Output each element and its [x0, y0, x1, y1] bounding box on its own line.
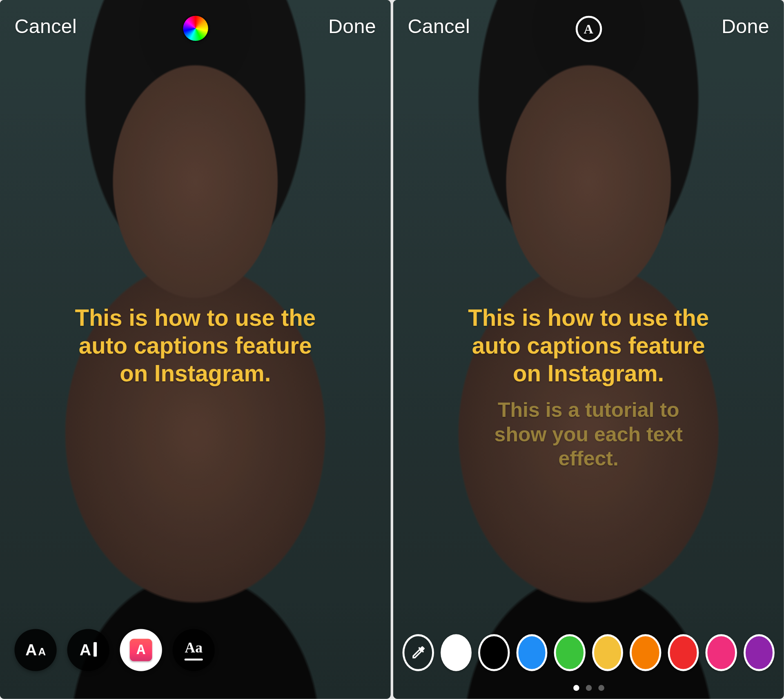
text-style-highlight[interactable]: A	[120, 629, 162, 671]
page-dots	[573, 685, 604, 691]
screenshot-root: Cancel Done This is how to use the auto …	[0, 0, 784, 699]
color-swatch-5[interactable]	[630, 634, 661, 671]
ring-glyph: A	[584, 21, 593, 36]
right-phone: Cancel A Done This is how to use the aut…	[393, 0, 784, 699]
header-bar: Cancel A Done	[393, 11, 784, 42]
aa-cursor-icon: A	[80, 641, 97, 659]
color-swatch-2[interactable]	[516, 634, 548, 671]
cancel-button[interactable]: Cancel	[408, 15, 470, 38]
header-center	[183, 16, 208, 41]
a-gradient-icon: A	[130, 639, 152, 661]
caption-primary[interactable]: This is how to use the auto captions fea…	[393, 304, 784, 387]
cancel-button[interactable]: Cancel	[14, 15, 77, 38]
caption-primary[interactable]: This is how to use the auto captions fea…	[0, 304, 391, 387]
aa-scale-icon: AA	[25, 641, 46, 659]
aa-underline-icon: Aa	[185, 639, 203, 661]
color-swatch-1[interactable]	[478, 634, 510, 671]
color-swatch-8[interactable]	[743, 634, 775, 671]
eyedropper-button[interactable]	[403, 634, 434, 671]
page-dot-1[interactable]	[586, 685, 592, 691]
text-style-tray: AA A A Aa	[14, 629, 214, 671]
text-style-cursor[interactable]: A	[67, 629, 109, 671]
color-swatch-3[interactable]	[554, 634, 586, 671]
header-center: A	[575, 16, 602, 42]
header-bar: Cancel Done	[0, 11, 391, 42]
left-phone: Cancel Done This is how to use the auto …	[0, 0, 391, 699]
caption-secondary[interactable]: This is a tutorial to show you each text…	[393, 398, 784, 471]
text-style-size[interactable]: AA	[14, 629, 56, 671]
color-swatch-7[interactable]	[706, 634, 737, 671]
done-button[interactable]: Done	[328, 15, 376, 38]
text-style-ring-icon[interactable]: A	[575, 16, 602, 42]
color-swatch-4[interactable]	[592, 634, 623, 671]
done-button[interactable]: Done	[722, 15, 769, 38]
color-swatch-6[interactable]	[668, 634, 699, 671]
page-dot-0[interactable]	[573, 685, 579, 691]
color-swatch-0[interactable]	[440, 634, 472, 671]
eyedropper-icon	[410, 644, 427, 661]
color-wheel-icon[interactable]	[183, 16, 208, 41]
color-swatch-tray	[403, 634, 775, 671]
stage: Cancel Done This is how to use the auto …	[0, 0, 784, 699]
text-style-serif[interactable]: Aa	[173, 629, 215, 671]
page-dot-2[interactable]	[598, 685, 604, 691]
